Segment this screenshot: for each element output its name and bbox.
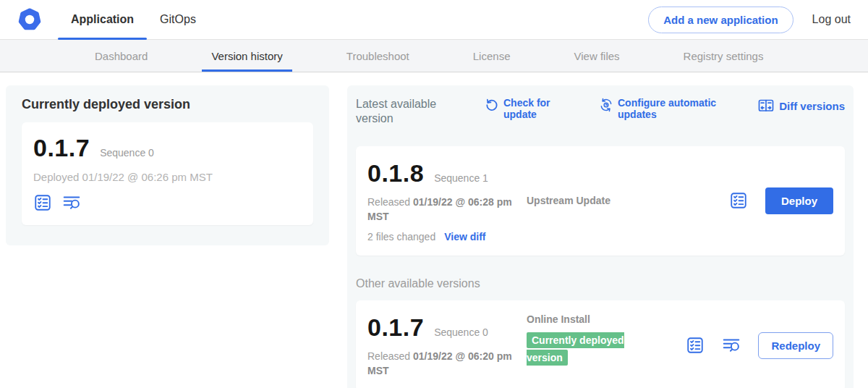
subnav-item-version-history[interactable]: Version history — [202, 40, 292, 72]
tab-gitops[interactable]: GitOps — [147, 0, 209, 39]
preflight-checklist-icon[interactable] — [729, 191, 748, 210]
deployed-version-number: 0.1.7 — [33, 134, 90, 162]
latest-available-title: Latest available version — [356, 97, 451, 126]
replicated-logo-icon — [17, 7, 42, 32]
logout-button[interactable]: Log out — [812, 13, 851, 26]
currently-deployed-title: Currently deployed version — [22, 97, 313, 112]
currently-deployed-badge: Currently deployed version — [527, 332, 624, 366]
topbar: Application GitOps Add a new application… — [0, 0, 868, 40]
other-available-versions-title: Other available versions — [356, 277, 845, 290]
install-type-label: Online Install — [527, 313, 648, 325]
diff-versions-link[interactable]: Diff versions — [757, 97, 845, 115]
other-sequence-label: Sequence 0 — [434, 326, 488, 338]
latest-version-number: 0.1.8 — [367, 159, 424, 187]
deployed-timestamp: Deployed 01/19/22 @ 06:26 pm MST — [33, 171, 302, 183]
main-content: Currently deployed version 0.1.7 Sequenc… — [0, 72, 868, 388]
latest-version-card: 0.1.8 Sequence 1 Released 01/19/22 @ 06:… — [356, 146, 845, 256]
preflight-checklist-icon[interactable] — [686, 336, 705, 355]
topbar-right: Add a new application Log out — [648, 0, 851, 39]
deployed-sequence-label: Sequence 0 — [100, 147, 154, 159]
latest-sequence-label: Sequence 1 — [434, 172, 488, 184]
view-diff-link[interactable]: View diff — [444, 231, 485, 242]
deploy-logs-icon[interactable] — [62, 193, 81, 212]
refresh-icon — [485, 98, 499, 112]
app-logo[interactable] — [17, 0, 42, 39]
preflight-checklist-icon[interactable] — [33, 193, 52, 212]
available-versions-panel: Latest available version Check for updat… — [347, 85, 854, 388]
check-for-update-link[interactable]: Check for update — [485, 97, 570, 120]
redeploy-button[interactable]: Redeploy — [758, 332, 833, 359]
deploy-logs-icon[interactable] — [722, 336, 741, 355]
top-tabs: Application GitOps — [58, 0, 209, 39]
diff-icon — [757, 98, 775, 115]
latest-released-timestamp: Released 01/19/22 @ 06:28 pm MST — [367, 195, 512, 224]
schedule-update-icon — [599, 98, 613, 112]
add-new-application-button[interactable]: Add a new application — [648, 7, 793, 33]
tab-application[interactable]: Application — [58, 0, 147, 39]
subnav-item-license[interactable]: License — [464, 40, 520, 72]
configure-automatic-updates-link[interactable]: Configure automatic updates — [599, 97, 733, 120]
subnav-item-view-files[interactable]: View files — [564, 40, 629, 72]
other-version-card: 0.1.7 Sequence 0 Released 01/19/22 @ 06:… — [356, 300, 845, 388]
other-released-timestamp: Released 01/19/22 @ 06:20 pm MST — [367, 349, 512, 379]
files-changed-label: 2 files changed — [367, 231, 435, 242]
subnav-item-dashboard[interactable]: Dashboard — [85, 40, 157, 72]
subnav-item-registry-settings[interactable]: Registry settings — [674, 40, 773, 72]
available-versions-header: Latest available version Check for updat… — [356, 97, 845, 126]
version-source-label: Upstream Update — [527, 195, 610, 206]
subnav-item-troubleshoot[interactable]: Troubleshoot — [337, 40, 419, 72]
deployed-version-card: 0.1.7 Sequence 0 Deployed 01/19/22 @ 06:… — [22, 122, 313, 225]
deploy-button[interactable]: Deploy — [765, 187, 833, 214]
currently-deployed-panel: Currently deployed version 0.1.7 Sequenc… — [6, 85, 329, 245]
other-version-number: 0.1.7 — [367, 313, 424, 342]
app-subnav: Dashboard Version history Troubleshoot L… — [0, 40, 868, 72]
